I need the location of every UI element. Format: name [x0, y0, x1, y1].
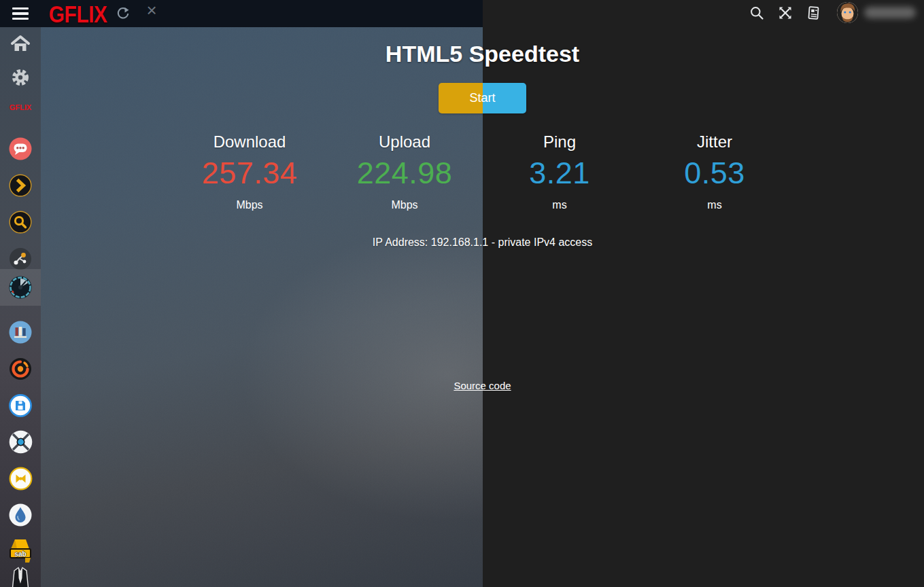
jitter-result: Jitter 0.53 ms: [637, 132, 792, 211]
ping-unit: ms: [482, 199, 637, 211]
grafana-swirl-icon: [9, 357, 32, 380]
floppy-disk-icon: [9, 394, 32, 417]
sidebar-item-sonarr[interactable]: [0, 423, 41, 460]
bookshelf-icon: [9, 321, 32, 344]
ping-result: Ping 3.21 ms: [482, 132, 637, 211]
search-icon: [749, 5, 764, 20]
upload-value: 224.98: [327, 157, 482, 189]
sidebar-item-home[interactable]: [0, 27, 41, 63]
download-unit: Mbps: [172, 199, 327, 211]
download-label: Download: [172, 132, 327, 152]
page-title: HTML5 Speedtest: [41, 41, 924, 67]
sidebar-item-indexer-search[interactable]: [0, 204, 41, 241]
refresh-button[interactable]: [114, 5, 132, 22]
sidebar-item-speedtest[interactable]: [0, 269, 41, 306]
upload-label: Upload: [327, 132, 482, 152]
home-icon: [10, 35, 31, 54]
chat-bubble-icon: [9, 137, 32, 160]
speed-gauge-icon: [8, 275, 33, 300]
app-window: HTML5 Speedtest Start Download 257.34 Mb…: [0, 0, 924, 587]
upload-unit: Mbps: [327, 199, 482, 211]
refresh-icon: [116, 6, 131, 21]
close-button[interactable]: ×: [143, 1, 160, 19]
sonarr-target-icon: [9, 430, 33, 454]
sidebar-item-radarr[interactable]: [0, 460, 41, 497]
source-code-link-wrap: Source code: [41, 380, 924, 391]
avatar-memoji-icon: [837, 2, 858, 23]
topbar: GFLIX ×: [0, 0, 483, 27]
jitter-unit: ms: [637, 199, 792, 211]
sidebar-item-backup[interactable]: [0, 387, 41, 424]
results-row: Download 257.34 Mbps Upload 224.98 Mbps …: [172, 132, 792, 211]
sidebar-item-plex[interactable]: [0, 167, 41, 204]
changelog-icon: [806, 5, 821, 20]
speedtest-panel: HTML5 Speedtest Start Download 257.34 Mb…: [41, 27, 924, 587]
ping-label: Ping: [482, 132, 637, 152]
ip-address-line: IP Address: 192.168.1.1 - private IPv4 a…: [41, 236, 924, 249]
username-blurred: [864, 7, 916, 18]
plex-chevron-icon: [9, 174, 32, 197]
close-icon: ×: [146, 0, 156, 21]
sidebar-item-gflix[interactable]: GFLIX: [0, 98, 41, 117]
upload-result: Upload 224.98 Mbps: [327, 132, 482, 211]
start-button[interactable]: Start: [439, 83, 526, 113]
gold-magnifier-icon: [9, 211, 32, 234]
sidebar-item-books[interactable]: [0, 314, 41, 351]
changelog-button[interactable]: [805, 4, 823, 22]
gflix-logo[interactable]: GFLIX: [49, 1, 107, 28]
fullscreen-button[interactable]: [776, 4, 794, 22]
sab-hat-icon: sab: [7, 537, 33, 565]
ping-value: 3.21: [482, 157, 637, 189]
sidebar-item-requests-chat[interactable]: [0, 130, 41, 167]
sidebar-item-sabnzbd[interactable]: sab: [0, 531, 41, 571]
fullscreen-icon: [778, 5, 793, 20]
menu-icon[interactable]: [12, 7, 29, 20]
gflix-mini-logo: GFLIX: [10, 103, 31, 111]
jitter-value: 0.53: [637, 157, 792, 189]
sidebar-item-jackett[interactable]: [0, 568, 41, 587]
search-button[interactable]: [748, 4, 766, 22]
gear-icon: [9, 66, 32, 89]
jacket-icon: [9, 566, 32, 587]
source-code-link[interactable]: Source code: [454, 380, 511, 391]
sidebar-item-deluge[interactable]: [0, 497, 41, 533]
user-avatar[interactable]: [837, 2, 858, 23]
water-drop-icon: [9, 503, 32, 527]
radarr-bowtie-icon: [9, 467, 33, 491]
graph-nodes-icon: [9, 247, 32, 270]
sidebar-item-settings[interactable]: [0, 59, 41, 96]
sidebar-item-grafana[interactable]: [0, 351, 41, 387]
download-result: Download 257.34 Mbps: [172, 132, 327, 211]
download-value: 257.34: [172, 157, 327, 189]
sab-label: sab: [14, 550, 26, 558]
jitter-label: Jitter: [637, 132, 792, 152]
sidebar: GFLIX: [0, 27, 41, 587]
